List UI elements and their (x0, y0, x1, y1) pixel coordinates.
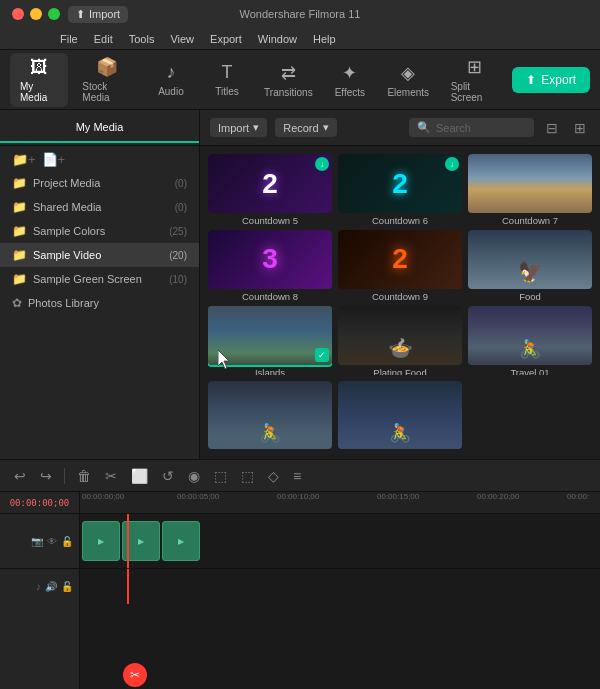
menu-edit[interactable]: Edit (94, 33, 113, 45)
playhead-line-video (127, 514, 129, 568)
media-item-travel01[interactable]: 🚴 Travel 01 (468, 306, 592, 376)
sidebar-item-shared-media[interactable]: 📁 Shared Media (0) (0, 195, 199, 219)
sidebar-item-project-media[interactable]: 📁 Project Media (0) (0, 171, 199, 195)
close-button[interactable] (12, 8, 24, 20)
thumb-countdown8: 3 (208, 230, 332, 289)
chevron-down-icon-2: ▾ (323, 121, 329, 134)
audio-label: Audio (158, 86, 184, 97)
project-media-label: Project Media (33, 177, 100, 189)
sample-video-count: (20) (169, 250, 187, 261)
grid-view-button[interactable]: ⊞ (570, 118, 590, 138)
settings-button[interactable]: ≡ (289, 465, 305, 487)
photos-library-label: Photos Library (28, 297, 99, 309)
sidebar-tab-media[interactable]: My Media (0, 113, 199, 143)
folder-icon: 📁 (12, 176, 27, 190)
scissors-button[interactable]: ✂ (123, 663, 147, 687)
import-label: Import (89, 8, 120, 20)
crop-button[interactable]: ⬜ (127, 465, 152, 487)
tab-transitions[interactable]: ⇄ Transitions (257, 58, 320, 102)
menu-file[interactable]: File (60, 33, 78, 45)
transitions-label: Transitions (264, 87, 313, 98)
add-media-button[interactable]: 📄+ (42, 152, 66, 167)
search-box: 🔍 (409, 118, 534, 137)
media-item-islands[interactable]: ✓ Islands (208, 306, 332, 376)
import-button-titlebar[interactable]: ⬆ Import (68, 6, 128, 23)
color-button[interactable]: ◉ (184, 465, 204, 487)
media-item-countdown6[interactable]: 2 ↓ Countdown 6 (338, 154, 462, 224)
toolbar-separator-1 (64, 468, 65, 484)
thumb-bike1: 🚴 (208, 381, 332, 449)
effects-icon: ✦ (342, 62, 357, 84)
redo-button[interactable]: ↪ (36, 465, 56, 487)
pip-button[interactable]: ⬚ (237, 465, 258, 487)
sidebar-item-sample-colors[interactable]: 📁 Sample Colors (25) (0, 219, 199, 243)
track-eye-icon[interactable]: 👁 (47, 536, 57, 547)
tab-elements[interactable]: ◈ Elements (380, 58, 437, 102)
media-item-food[interactable]: 🦅 Food (468, 230, 592, 300)
tab-my-media[interactable]: 🖼 My Media (10, 53, 68, 107)
video-track-controls: 📷 👁 🔓 (0, 514, 79, 569)
sidebar-item-sample-video[interactable]: 📁 Sample Video (20) (0, 243, 199, 267)
media-item-countdown5[interactable]: 2 ↓ Countdown 5 (208, 154, 332, 224)
my-media-icon: 🖼 (30, 57, 48, 78)
elements-label: Elements (387, 87, 429, 98)
sidebar-item-photos-library[interactable]: ✿ Photos Library (0, 291, 199, 315)
media-item-bike2[interactable]: 🚴 (338, 381, 462, 451)
title-bar: ⬆ Import Wondershare Filmora 11 (0, 0, 600, 28)
menu-help[interactable]: Help (313, 33, 336, 45)
mask-button[interactable]: ◇ (264, 465, 283, 487)
traffic-lights (12, 8, 60, 20)
audio-lock-icon[interactable]: 🔓 (61, 581, 73, 592)
track-lock-icon[interactable]: 🔓 (61, 536, 73, 547)
menu-bar: File Edit Tools View Export Window Help (0, 28, 600, 50)
tab-effects[interactable]: ✦ Effects (324, 58, 376, 102)
rotate-button[interactable]: ↺ (158, 465, 178, 487)
delete-button[interactable]: 🗑 (73, 465, 95, 487)
tab-stock-media[interactable]: 📦 Stock Media (72, 52, 141, 107)
filter-button[interactable]: ⊟ (542, 118, 562, 138)
tracks-container: 📷 👁 🔓 ♪ 🔊 🔓 ▶ (0, 514, 600, 689)
search-input[interactable] (436, 122, 526, 134)
clip-3[interactable]: ▶ (162, 521, 200, 561)
audio-volume-icon[interactable]: 🔊 (45, 581, 57, 592)
video-track: ▶ ▶ ▶ (80, 514, 600, 569)
sample-colors-count: (25) (169, 226, 187, 237)
export-button[interactable]: ⬆ Export (512, 67, 590, 93)
menu-view[interactable]: View (170, 33, 194, 45)
fullscreen-button[interactable] (48, 8, 60, 20)
download-badge-5: ↓ (315, 157, 329, 171)
thumb-travel01: 🚴 (468, 306, 592, 365)
countdown9-label: Countdown 9 (338, 291, 462, 299)
clip-2-icon: ▶ (138, 537, 144, 546)
sidebar-top: My Media (0, 110, 199, 146)
menu-tools[interactable]: Tools (129, 33, 155, 45)
undo-button[interactable]: ↩ (10, 465, 30, 487)
media-item-countdown8[interactable]: 3 Countdown 8 (208, 230, 332, 300)
time-display: 00:00:00;00 (0, 492, 80, 513)
media-item-countdown9[interactable]: 2 Countdown 9 (338, 230, 462, 300)
audio-note-icon[interactable]: ♪ (36, 581, 41, 592)
media-item-countdown7[interactable]: Countdown 7 (468, 154, 592, 224)
tab-titles[interactable]: T Titles (201, 58, 253, 101)
upload-icon: ⬆ (76, 8, 85, 21)
import-dropdown[interactable]: Import ▾ (210, 118, 267, 137)
chevron-down-icon: ▾ (253, 121, 259, 134)
folder-icon-5: 📁 (12, 272, 27, 286)
menu-window[interactable]: Window (258, 33, 297, 45)
voiceover-button[interactable]: ⬚ (210, 465, 231, 487)
new-folder-button[interactable]: 📁+ (12, 152, 36, 167)
menu-export[interactable]: Export (210, 33, 242, 45)
minimize-button[interactable] (30, 8, 42, 20)
tab-split-screen[interactable]: ⊞ Split Screen (441, 52, 509, 107)
cut-button[interactable]: ✂ (101, 465, 121, 487)
sample-colors-label: Sample Colors (33, 225, 105, 237)
clip-1[interactable]: ▶ (82, 521, 120, 561)
countdown8-label: Countdown 8 (208, 291, 332, 299)
record-dropdown[interactable]: Record ▾ (275, 118, 336, 137)
track-camera-icon[interactable]: 📷 (31, 536, 43, 547)
tab-audio[interactable]: ♪ Audio (145, 58, 197, 101)
shared-media-label: Shared Media (33, 201, 102, 213)
media-item-bike1[interactable]: 🚴 (208, 381, 332, 451)
sidebar-item-green-screen[interactable]: 📁 Sample Green Screen (10) (0, 267, 199, 291)
media-item-plating-food[interactable]: 🍲 Plating Food (338, 306, 462, 376)
